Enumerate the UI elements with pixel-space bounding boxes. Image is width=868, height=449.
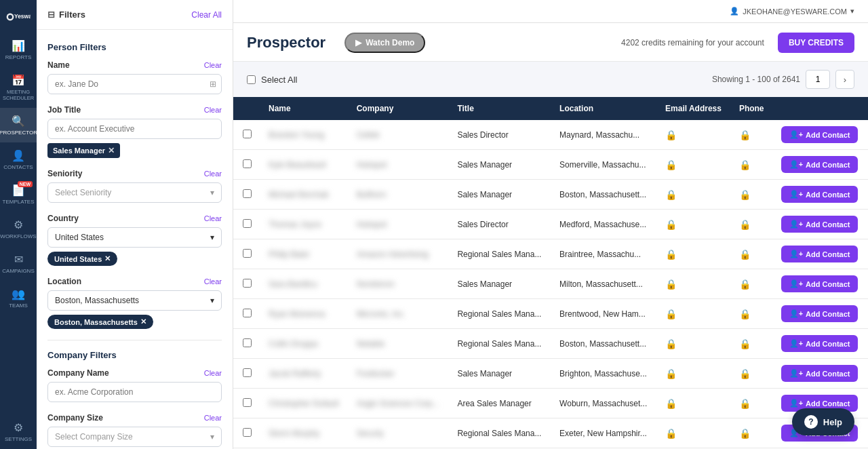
select-all-checkbox[interactable] [247,75,256,84]
prospector-header: Prospector ▶ Watch Demo 4202 credits rem… [233,23,868,62]
phone-lock-icon: 🔒 [739,428,751,439]
sidebar-item-teams[interactable]: 👥 TEAMS [0,281,37,315]
name-clear-button[interactable]: Clear [204,61,222,69]
row-checkbox-9[interactable] [243,398,252,407]
name-cell: Collin Droppa [260,329,349,359]
phone-column-header[interactable]: Phone [731,97,773,120]
sidebar-item-meeting-scheduler[interactable]: 📅 MEETINGSCHEDULER [0,67,37,108]
row-checkbox-7[interactable] [243,338,252,347]
title-cell: Regional Sales Mana... [449,418,551,448]
email-cell: 🔒 [657,239,731,269]
user-menu[interactable]: 👤 JKEOHANE@YESWARE.COM ▾ [730,7,854,16]
add-contact-button[interactable]: 👤+ Add Contact [781,335,859,352]
row-checkbox-8[interactable] [243,368,252,377]
add-contact-button[interactable]: 👤+ Add Contact [781,156,859,173]
row-checkbox-5[interactable] [243,279,252,288]
location-clear-button[interactable]: Clear [204,277,222,286]
row-checkbox-3[interactable] [243,219,252,228]
name-cell: Kyle Beaudrault [260,150,349,180]
seniority-dropdown[interactable]: Select Seniority ▾ [47,182,222,203]
buy-credits-button[interactable]: BUY CREDITS [778,33,854,53]
help-label: Help [823,417,842,427]
name-cell: Storm Murphy [260,418,349,448]
row-checkbox-4[interactable] [243,249,252,258]
boston-tag[interactable]: Boston, Massachusetts ✕ [47,315,153,329]
united-states-tag[interactable]: United States ✕ [47,252,117,266]
location-column-header[interactable]: Location [551,97,657,120]
person-add-icon: 👤+ [789,190,803,199]
company-size-clear-button[interactable]: Clear [204,414,222,422]
country-clear-button[interactable]: Clear [204,214,222,222]
add-contact-button[interactable]: 👤+ Add Contact [781,305,859,322]
add-contact-button[interactable]: 👤+ Add Contact [781,365,859,382]
page-number-input[interactable] [806,70,830,89]
email-cell: 🔒 [657,389,731,418]
phone-cell: 🔒 [731,389,773,418]
location-cell: Boston, Massachusett... [551,329,657,359]
add-contact-button[interactable]: 👤+ Add Contact [781,246,859,262]
row-checkbox-cell [233,299,260,329]
sidebar-item-workflows[interactable]: ⚙ WORKFLOWS [0,212,37,246]
watch-demo-button[interactable]: ▶ Watch Demo [344,33,425,53]
title-column-header[interactable]: Title [449,97,551,120]
select-all-label[interactable]: Select All [261,75,297,85]
email-column-header[interactable]: Email Address [657,97,731,120]
row-checkbox-1[interactable] [243,159,252,168]
sidebar-item-settings[interactable]: ⚙ SETTINGS [0,414,37,449]
seniority-clear-button[interactable]: Clear [204,170,222,178]
person-add-icon: 👤+ [789,250,803,258]
add-contact-button[interactable]: 👤+ Add Contact [781,216,859,233]
table-row: Collin Droppa Netable Regional Sales Man… [233,329,868,359]
location-dropdown[interactable]: Boston, Massachusetts ▾ [47,290,222,311]
job-title-input[interactable] [47,119,222,139]
job-title-clear-button[interactable]: Clear [204,106,222,114]
select-all-row: Select All [247,75,297,85]
remove-country-tag[interactable]: ✕ [104,254,111,263]
add-contact-cell: 👤+ Add Contact [773,269,868,299]
remove-sales-manager-tag[interactable]: ✕ [108,146,115,155]
clear-all-button[interactable]: Clear All [191,10,222,20]
sidebar-item-contacts[interactable]: 👤 CONTACTS [0,142,37,177]
sidebar-item-campaigns[interactable]: ✉ CAMPAIGNS [0,246,37,281]
email-lock-icon: 🔒 [665,398,677,409]
table-row: Sara Bardilcu Nordstrom Sales Manager Mi… [233,269,868,299]
row-checkbox-cell [233,120,260,150]
country-dropdown[interactable]: United States ▾ [47,227,222,248]
name-column-header[interactable]: Name [260,97,349,120]
name-input[interactable] [47,74,222,94]
row-checkbox-10[interactable] [243,428,252,437]
person-add-icon: 👤+ [789,399,803,408]
teams-icon: 👥 [12,288,25,300]
remove-location-tag[interactable]: ✕ [140,317,146,326]
title-cell: Regional Sales Mana... [449,239,551,269]
email-cell: 🔒 [657,210,731,239]
help-bubble[interactable]: ? Help [792,408,854,435]
company-size-dropdown[interactable]: Select Company Size ▾ [47,427,222,447]
settings-icon: ⚙ [14,421,23,434]
row-checkbox-6[interactable] [243,309,252,317]
company-cell: Footlocker [349,359,450,389]
add-contact-cell: 👤+ Add Contact [773,359,868,389]
company-column-header[interactable]: Company [349,97,450,120]
email-cell: 🔒 [657,269,731,299]
add-contact-button[interactable]: 👤+ Add Contact [781,275,859,292]
add-contact-button[interactable]: 👤+ Add Contact [781,186,859,203]
next-page-button[interactable]: › [835,70,854,89]
sidebar-item-templates[interactable]: NEW 📄 TEMPLATES [0,177,37,212]
row-checkbox-2[interactable] [243,189,252,198]
table-body: Brandon Young Celtek Sales Director Mayn… [233,120,868,449]
sidebar-item-reports[interactable]: 📊 REPORTS [0,33,37,67]
company-cell: Securly [349,418,450,448]
company-name-clear-button[interactable]: Clear [204,369,222,377]
row-checkbox-0[interactable] [243,130,252,138]
company-name-input[interactable] [47,382,222,402]
title-cell: Sales Manager [449,150,551,180]
app-logo[interactable]: Yesware [2,5,35,33]
country-filter-group: Country Clear United States ▾ United Sta… [47,214,222,266]
sales-manager-tag[interactable]: Sales Manager ✕ [47,143,120,158]
name-cell: Thomas Joyce [260,210,349,239]
company-name-label: Company Name [47,368,109,378]
phone-lock-icon: 🔒 [739,309,751,319]
sidebar-item-prospector[interactable]: 🔍 PROSPECTOR [0,108,37,142]
add-contact-button[interactable]: 👤+ Add Contact [781,126,859,143]
